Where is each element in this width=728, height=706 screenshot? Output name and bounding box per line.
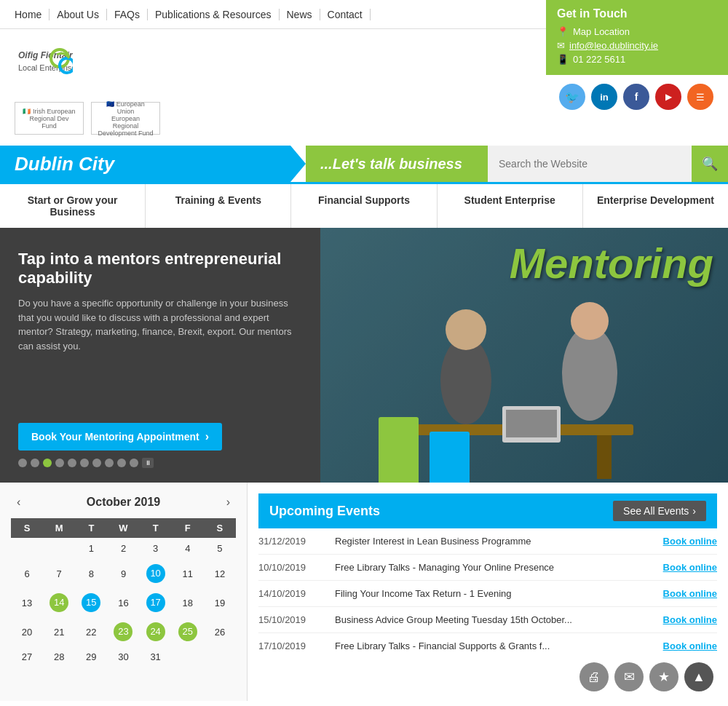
calendar-day[interactable]: 9 bbox=[107, 559, 139, 588]
calendar-day[interactable]: 19 bbox=[204, 588, 236, 617]
rss-icon[interactable]: ☰ bbox=[687, 84, 713, 110]
book-online-link[interactable]: Book online bbox=[663, 640, 717, 651]
calendar-day[interactable]: 2 bbox=[107, 538, 139, 559]
nav-start-grow[interactable]: Start or Grow your Business bbox=[0, 184, 146, 228]
calendar-day[interactable]: 30 bbox=[107, 646, 139, 667]
slide-dot-4[interactable] bbox=[55, 459, 64, 467]
calendar-day[interactable]: 7 bbox=[43, 559, 75, 588]
pause-button[interactable]: ⏸ bbox=[142, 458, 154, 468]
nav-news[interactable]: News bbox=[280, 9, 320, 20]
calendar-day[interactable]: 15 bbox=[75, 588, 107, 617]
twitter-icon[interactable]: 🐦 bbox=[559, 84, 585, 110]
nav-enterprise[interactable]: Enterprise Development bbox=[583, 184, 728, 228]
calendar-day[interactable]: 16 bbox=[107, 588, 139, 617]
calendar-week-row: 12345 bbox=[11, 538, 236, 559]
git-email[interactable]: info@leo.dublincity.ie bbox=[569, 40, 658, 51]
calendar-day[interactable]: 5 bbox=[204, 538, 236, 559]
calendar-day[interactable]: 27 bbox=[11, 646, 43, 667]
event-row: 17/10/2019Free Library Talks - Financial… bbox=[258, 633, 717, 659]
nav-contact[interactable]: Contact bbox=[320, 9, 371, 20]
book-online-link[interactable]: Book online bbox=[663, 562, 717, 573]
event-title: Free Library Talks - Financial Supports … bbox=[335, 640, 652, 651]
calendar-day[interactable]: 20 bbox=[11, 617, 43, 646]
print-button[interactable]: 🖨 bbox=[579, 662, 609, 691]
social-icons: 🐦 in f ▶ ☰ bbox=[559, 84, 713, 110]
calendar-day[interactable]: 21 bbox=[43, 617, 75, 646]
lets-talk-text: ...Let's talk business bbox=[306, 146, 488, 182]
calendar-day[interactable]: 31 bbox=[140, 646, 172, 667]
hero-cta-button[interactable]: Book Your Mentoring Appointment › bbox=[18, 423, 222, 451]
calendar-day-header: T bbox=[140, 518, 172, 538]
share-email-button[interactable]: ✉ bbox=[614, 662, 644, 691]
slide-dot-6[interactable] bbox=[80, 459, 89, 467]
calendar-day[interactable]: 6 bbox=[11, 559, 43, 588]
calendar-day[interactable]: 11 bbox=[172, 559, 204, 588]
arrow-icon: › bbox=[205, 430, 209, 443]
book-online-link[interactable]: Book online bbox=[663, 588, 717, 599]
slide-dot-2[interactable] bbox=[31, 459, 39, 467]
search-button[interactable]: 🔍 bbox=[692, 146, 728, 182]
search-input[interactable] bbox=[488, 146, 692, 182]
decorative-shapes bbox=[379, 417, 470, 483]
events-list: 31/12/2019Register Interest in Lean Busi… bbox=[258, 528, 717, 659]
calendar-day[interactable]: 18 bbox=[172, 588, 204, 617]
calendar-day[interactable]: 25 bbox=[172, 617, 204, 646]
calendar-week-row: 6789101112 bbox=[11, 559, 236, 588]
slide-dot-10[interactable] bbox=[130, 459, 138, 467]
map-label[interactable]: Map Location bbox=[573, 26, 630, 37]
see-all-events-button[interactable]: See All Events › bbox=[613, 501, 706, 521]
calendar-day[interactable]: 26 bbox=[204, 617, 236, 646]
calendar-day bbox=[43, 538, 75, 559]
calendar-day[interactable]: 14 bbox=[43, 588, 75, 617]
event-row: 14/10/2019Filing Your Income Tax Return … bbox=[258, 581, 717, 607]
calendar-body: 1234567891011121314151617181920212223242… bbox=[11, 538, 236, 667]
calendar-day bbox=[172, 646, 204, 667]
calendar-day[interactable]: 24 bbox=[140, 617, 172, 646]
calendar-day[interactable]: 10 bbox=[140, 559, 172, 588]
facebook-icon[interactable]: f bbox=[623, 84, 649, 110]
calendar-day[interactable]: 23 bbox=[107, 617, 139, 646]
nav-publications[interactable]: Publications & Resources bbox=[148, 9, 280, 20]
nav-home[interactable]: Home bbox=[7, 9, 50, 20]
git-phone-row: 📱 01 222 5611 bbox=[557, 54, 717, 65]
calendar-day[interactable]: 1 bbox=[75, 538, 107, 559]
calendar-day[interactable]: 22 bbox=[75, 617, 107, 646]
slide-dot-5[interactable] bbox=[68, 459, 76, 467]
book-online-link[interactable]: Book online bbox=[663, 536, 717, 547]
calendar-next-button[interactable]: › bbox=[221, 493, 236, 511]
calendar-day-header: F bbox=[172, 518, 204, 538]
calendar-day[interactable]: 28 bbox=[43, 646, 75, 667]
git-map-row: 📍 Map Location bbox=[557, 26, 717, 37]
slide-dot-1[interactable] bbox=[18, 459, 27, 467]
calendar-day[interactable]: 13 bbox=[11, 588, 43, 617]
calendar-day[interactable]: 29 bbox=[75, 646, 107, 667]
arrow-right-icon: › bbox=[692, 505, 696, 517]
nav-about[interactable]: About Us bbox=[50, 9, 107, 20]
calendar-day[interactable]: 17 bbox=[140, 588, 172, 617]
linkedin-icon[interactable]: in bbox=[591, 84, 617, 110]
event-row: 10/10/2019Free Library Talks - Managing … bbox=[258, 555, 717, 581]
calendar-prev-button[interactable]: ‹ bbox=[11, 493, 26, 511]
calendar-day[interactable]: 4 bbox=[172, 538, 204, 559]
slide-indicators: ⏸ bbox=[18, 458, 302, 468]
calendar-table: SMTWTFS 12345678910111213141516171819202… bbox=[11, 518, 236, 667]
bookmark-button[interactable]: ★ bbox=[649, 662, 678, 691]
nav-student[interactable]: Student Enterprise bbox=[438, 184, 583, 228]
slide-dot-9[interactable] bbox=[117, 459, 126, 467]
calendar-day[interactable]: 12 bbox=[204, 559, 236, 588]
youtube-icon[interactable]: ▶ bbox=[655, 84, 681, 110]
event-date: 31/12/2019 bbox=[258, 536, 324, 547]
slide-dot-8[interactable] bbox=[105, 459, 114, 467]
book-online-link[interactable]: Book online bbox=[663, 614, 717, 625]
calendar-header: ‹ October 2019 › bbox=[11, 493, 236, 511]
svg-rect-12 bbox=[506, 410, 557, 437]
nav-faqs[interactable]: FAQs bbox=[107, 9, 148, 20]
slide-dot-3[interactable] bbox=[43, 459, 52, 467]
scroll-top-button[interactable]: ▲ bbox=[684, 662, 713, 691]
slide-dot-7[interactable] bbox=[92, 459, 101, 467]
nav-training[interactable]: Training & Events bbox=[146, 184, 291, 228]
calendar-day-header: S bbox=[204, 518, 236, 538]
calendar-day[interactable]: 3 bbox=[140, 538, 172, 559]
nav-financial[interactable]: Financial Supports bbox=[291, 184, 437, 228]
calendar-day[interactable]: 8 bbox=[75, 559, 107, 588]
